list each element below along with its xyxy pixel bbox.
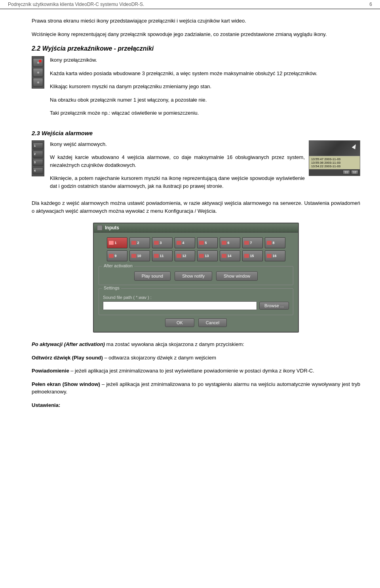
inputs-dialog: Inputs 1 2 <box>93 223 299 333</box>
input-btn-16-icon <box>267 254 272 258</box>
mini-btn-12: 12 <box>351 170 358 174</box>
dialog-titlebar: Inputs <box>94 223 298 233</box>
input-btn-16-num: 16 <box>273 254 277 258</box>
browse-button[interactable]: Browse ... <box>259 302 289 310</box>
section-2-3-heading: 2.3 Wejścia alarmowe <box>32 130 360 136</box>
page-container: Podręcznik użytkownika klienta VideoDR-C… <box>0 0 380 422</box>
show-window-button[interactable]: Show window <box>216 271 258 281</box>
ok-button[interactable]: OK <box>165 318 194 327</box>
input-btn-14-num: 14 <box>228 254 232 258</box>
alarm-para-2: Dla każdego z wejść alarmowych można ust… <box>32 199 360 215</box>
section-2-2-para-2: Na obrazku obok przełącznik numer 1 jest… <box>50 96 360 104</box>
play-sound-bold: Odtwórz dźwięk (Play sound) <box>32 355 103 361</box>
input-btn-7[interactable]: 7 <box>242 237 263 248</box>
input-btn-2-num: 2 <box>137 241 139 245</box>
alarm-btn-3-label: 3 <box>34 161 36 164</box>
alarm-bottom-bar: 11 12 <box>309 169 360 176</box>
alarm-screenshot: 13:55:47 2003-11-03 13:55:36 2003-11-03 … <box>309 140 360 176</box>
alarm-time-1: 13:55:47 2003-11-03 <box>311 157 358 161</box>
switch-btn-1[interactable] <box>33 58 43 67</box>
input-btn-2[interactable]: 2 <box>129 237 150 248</box>
section-2-2-content: Ikony przełączników. Każda karta wideo p… <box>32 56 360 123</box>
after-activation-bold: Po aktywacji (After activation) <box>32 341 105 347</box>
show-window-bold: Pełen ekran (Show window) <box>32 381 100 387</box>
input-btn-9-icon <box>109 254 114 258</box>
input-btn-4[interactable]: 4 <box>175 237 195 248</box>
input-btn-8-icon <box>267 241 272 245</box>
input-btn-1[interactable]: 1 <box>107 237 127 248</box>
input-btn-3-icon <box>154 241 159 245</box>
alarm-btn-2[interactable]: 2 <box>33 151 43 158</box>
section-2-2-para-3: Taki przełącznik może np.: włączać oświe… <box>50 109 360 117</box>
settings-group: Settings Sound file path ( *.wav ) : Bro… <box>99 288 293 315</box>
input-btn-5[interactable]: 5 <box>197 237 218 248</box>
input-btn-10-num: 10 <box>137 254 141 258</box>
input-row-1: 1 2 3 4 <box>99 237 293 248</box>
input-btn-12-icon <box>177 254 181 258</box>
alarm-text-column: Ikony wejść alarmowych. W każdej karcie … <box>50 140 305 196</box>
input-btn-6-num: 6 <box>228 241 230 245</box>
bottom-intro-rest: ma zostać wywołana akcja skojarzona z da… <box>106 341 244 347</box>
alarm-image-column: 13:55:47 2003-11-03 13:55:36 2003-11-03 … <box>309 140 360 176</box>
input-btn-8[interactable]: 8 <box>265 237 285 248</box>
input-btn-11[interactable]: 11 <box>152 250 173 261</box>
input-btn-15[interactable]: 15 <box>242 250 263 261</box>
switch-icon-column <box>32 56 46 89</box>
intro-para-1: Prawa strona ekranu mieści ikony przedst… <box>32 17 360 25</box>
input-btn-13[interactable]: 13 <box>197 250 218 261</box>
alarm-btn-1[interactable]: 1 <box>33 142 43 149</box>
switch-icon-panel <box>32 56 44 89</box>
section-2-2-heading: 2.2 Wyjścia przekaźnikowe - przełączniki <box>32 45 360 52</box>
mini-btn-11: 11 <box>343 170 350 174</box>
play-sound-button[interactable]: Play sound <box>134 271 171 281</box>
input-btn-9-num: 9 <box>115 254 117 258</box>
input-btn-11-icon <box>154 254 159 258</box>
input-btn-1-num: 1 <box>115 241 117 245</box>
intro-para-2: Wciśnięcie ikony reprezentującej dany pr… <box>32 30 360 38</box>
input-btn-5-num: 5 <box>205 241 207 245</box>
input-btn-6[interactable]: 6 <box>220 237 240 248</box>
input-btn-16[interactable]: 16 <box>265 250 285 261</box>
alarm-time-3: 13:54:22 2003-11-03 <box>311 164 358 168</box>
input-btn-3-num: 3 <box>160 241 162 245</box>
section-2-2-intro: Ikony przełączników. <box>50 56 360 64</box>
input-btn-10[interactable]: 10 <box>129 250 150 261</box>
section-2-3-title: Wejścia alarmowe <box>42 130 93 136</box>
activation-buttons: Play sound Show notify Show window <box>103 270 289 281</box>
show-notify-button[interactable]: Show notify <box>175 271 212 281</box>
switch-btn-3[interactable] <box>33 78 43 87</box>
after-activation-group: After activation Play sound Show notify … <box>99 266 293 285</box>
sound-file-input[interactable] <box>103 301 257 310</box>
switch-btn-2[interactable] <box>33 68 43 77</box>
input-btn-4-icon <box>177 241 181 245</box>
input-btn-12-num: 12 <box>182 254 186 258</box>
dialog-body: 1 2 3 4 <box>94 233 298 332</box>
alarm-btn-3[interactable]: 3 <box>33 159 43 166</box>
input-btn-10-icon <box>131 254 136 258</box>
section-2-2-para-0: Każda karta wideo posiada wbudowane 3 pr… <box>50 70 360 78</box>
input-btn-3[interactable]: 3 <box>152 237 173 248</box>
alarm-icon-panel: 1 2 3 4 <box>32 140 44 176</box>
input-btn-14[interactable]: 14 <box>220 250 240 261</box>
bottom-item-2: Powiadomienie – jeżeli aplikacja jest zm… <box>32 367 360 375</box>
settings-bold: Ustawienia: <box>32 402 60 408</box>
alarm-btn-4[interactable]: 4 <box>33 167 43 174</box>
bottom-intro: Po aktywacji (After activation) ma zosta… <box>32 340 360 348</box>
alarm-btn-1-label: 1 <box>34 144 36 147</box>
section-2-2-number: 2.2 <box>32 45 40 52</box>
alarm-image-bg <box>309 141 360 156</box>
alarm-intro: Ikony wejść alarmowych. <box>50 140 305 148</box>
input-btn-1-icon <box>109 241 114 245</box>
switch-icon-body-2 <box>37 72 39 74</box>
ok-cancel-row: OK Cancel <box>99 318 293 327</box>
input-grid: 1 2 3 4 <box>99 237 293 261</box>
section-2-3-number: 2.3 <box>32 130 40 136</box>
alarm-para-0: W każdej karcie wbudowano 4 wejścia alar… <box>50 153 305 169</box>
cancel-button[interactable]: Cancel <box>198 318 227 327</box>
input-btn-13-num: 13 <box>205 254 209 258</box>
bottom-item-3: Pełen ekran (Show window) – jeżeli aplik… <box>32 380 360 396</box>
content-area: Prawa strona ekranu mieści ikony przedst… <box>0 9 380 422</box>
page-number: 6 <box>369 2 372 7</box>
input-btn-9[interactable]: 9 <box>107 250 127 261</box>
input-btn-12[interactable]: 12 <box>175 250 195 261</box>
